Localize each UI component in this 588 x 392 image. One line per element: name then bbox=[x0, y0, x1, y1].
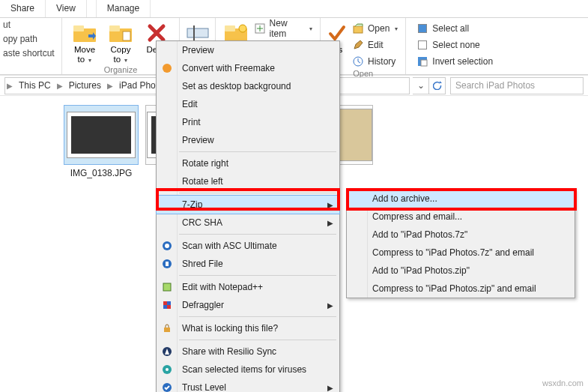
svg-rect-21 bbox=[163, 301, 167, 305]
lock-icon bbox=[161, 322, 173, 334]
folder-move-icon bbox=[73, 21, 97, 45]
open-button[interactable]: Open▾ bbox=[349, 21, 401, 36]
svg-rect-14 bbox=[421, 60, 427, 66]
history-clock-icon bbox=[352, 55, 364, 67]
search-input[interactable]: Search iPad Photos bbox=[450, 77, 584, 94]
notepadpp-icon bbox=[161, 281, 173, 293]
svg-rect-22 bbox=[167, 301, 171, 305]
separator bbox=[179, 316, 336, 317]
mi-crc-sha[interactable]: CRC SHA▶ bbox=[157, 214, 339, 232]
mi-scan-virus[interactable]: Scan selected items for viruses bbox=[157, 361, 339, 379]
invert-selection-button[interactable]: Invert selection bbox=[413, 54, 496, 69]
svg-point-17 bbox=[165, 244, 169, 248]
select-none-button[interactable]: Select none bbox=[413, 37, 496, 52]
separator bbox=[179, 234, 336, 235]
new-item-icon bbox=[255, 22, 266, 34]
mi-add-archive[interactable]: Add to archive... bbox=[347, 190, 575, 208]
mi-defraggler[interactable]: Defraggler▶ bbox=[157, 296, 339, 314]
file-caption: IMG_0138.JPG bbox=[60, 168, 142, 178]
select-all-label: Select all bbox=[432, 23, 469, 34]
mi-set-background[interactable]: Set as desktop background bbox=[157, 77, 339, 95]
defraggler-icon bbox=[161, 299, 173, 311]
mi-compress-email[interactable]: Compress and email... bbox=[347, 208, 575, 226]
trust-icon bbox=[161, 382, 173, 392]
paste-shortcut-button[interactable]: aste shortcut bbox=[3, 48, 58, 61]
ribbon-tabs: Share View Manage bbox=[0, 0, 588, 18]
select-all-button[interactable]: Select all bbox=[413, 21, 496, 36]
file-thumbnail-selected[interactable]: IMG_0138.JPG bbox=[60, 105, 142, 178]
svg-rect-20 bbox=[163, 283, 171, 291]
select-none-icon bbox=[416, 39, 428, 51]
refresh-button[interactable] bbox=[429, 77, 446, 94]
svg-point-9 bbox=[239, 25, 246, 32]
mi-add-7z[interactable]: Add to "iPad Photos.7z" bbox=[347, 226, 575, 244]
folder-copy-icon bbox=[109, 21, 133, 45]
select-all-icon bbox=[416, 22, 428, 34]
copy-path-button[interactable]: opy path bbox=[3, 34, 58, 47]
submenu-arrow-icon: ▶ bbox=[327, 384, 333, 392]
virus-scan-icon bbox=[161, 364, 173, 376]
mi-rotate-right[interactable]: Rotate right bbox=[157, 154, 339, 172]
refresh-icon bbox=[433, 81, 442, 90]
svg-rect-4 bbox=[123, 31, 130, 40]
tab-share[interactable]: Share bbox=[0, 0, 46, 17]
separator bbox=[179, 275, 336, 276]
crumb-this-pc[interactable]: This PC bbox=[14, 78, 55, 94]
open-icon bbox=[352, 22, 364, 34]
copy-to-button[interactable]: Copyto ▾ bbox=[103, 19, 139, 65]
resilio-icon bbox=[161, 346, 173, 358]
mi-shred[interactable]: Shred File bbox=[157, 255, 339, 273]
mi-trust-level[interactable]: Trust Level▶ bbox=[157, 379, 339, 392]
mi-notepadpp[interactable]: Edit with Notepad++ bbox=[157, 278, 339, 296]
mi-preview[interactable]: Preview bbox=[157, 41, 339, 59]
freemake-icon bbox=[161, 62, 173, 74]
move-to-button[interactable]: Moveto ▾ bbox=[67, 19, 103, 65]
tab-manage[interactable]: Manage bbox=[96, 0, 151, 17]
mi-print[interactable]: Print bbox=[157, 113, 339, 131]
svg-rect-8 bbox=[225, 25, 235, 31]
mi-add-zip[interactable]: Add to "iPad Photos.zip" bbox=[347, 262, 575, 280]
invert-icon bbox=[416, 55, 428, 67]
history-button[interactable]: History bbox=[349, 54, 401, 69]
group-select: Select all Select none Invert selection bbox=[406, 18, 500, 74]
shred-icon bbox=[161, 258, 173, 270]
mi-edit[interactable]: Edit bbox=[157, 95, 339, 113]
submenu-arrow-icon: ▶ bbox=[327, 219, 333, 227]
new-item-label: New item bbox=[270, 18, 304, 39]
file-thumbnail-3[interactable] bbox=[337, 105, 373, 168]
mi-locking[interactable]: What is locking this file? bbox=[157, 319, 339, 337]
mi-rotate-left[interactable]: Rotate left bbox=[157, 172, 339, 190]
invert-label: Invert selection bbox=[432, 56, 493, 67]
svg-rect-5 bbox=[187, 28, 208, 37]
svg-rect-19 bbox=[166, 262, 169, 266]
watermark: wsxdn.com bbox=[542, 379, 584, 388]
context-menu: Preview Convert with Freemake Set as des… bbox=[156, 40, 340, 392]
svg-rect-1 bbox=[73, 25, 84, 31]
edit-pencil-icon bbox=[352, 39, 364, 51]
asc-icon bbox=[161, 240, 173, 252]
cut-button[interactable]: ut bbox=[3, 19, 58, 33]
mi-preview2[interactable]: Preview bbox=[157, 131, 339, 149]
mi-compress-7z-email[interactable]: Compress to "iPad Photos.7z" and email bbox=[347, 244, 575, 262]
new-item-button[interactable]: New item▾ bbox=[252, 21, 315, 36]
edit-button[interactable]: Edit bbox=[349, 37, 401, 52]
tab-view[interactable]: View bbox=[46, 0, 87, 17]
select-none-label: Select none bbox=[432, 40, 479, 50]
separator bbox=[179, 193, 336, 193]
mi-convert-freemake[interactable]: Convert with Freemake bbox=[157, 59, 339, 77]
address-dropdown[interactable]: ⌄ bbox=[413, 77, 429, 94]
svg-rect-23 bbox=[163, 305, 167, 309]
mi-compress-zip-email[interactable]: Compress to "iPad Photos.zip" and email bbox=[347, 280, 575, 298]
submenu-arrow-icon: ▶ bbox=[327, 301, 333, 310]
submenu-7zip: Add to archive... Compress and email... … bbox=[346, 189, 575, 298]
svg-rect-3 bbox=[109, 25, 120, 31]
svg-point-15 bbox=[163, 64, 172, 73]
svg-rect-24 bbox=[167, 305, 171, 309]
mi-scan-asc[interactable]: Scan with ASC Ultimate bbox=[157, 237, 339, 255]
mi-resilio[interactable]: Share with Resilio Sync bbox=[157, 343, 339, 361]
svg-point-28 bbox=[166, 368, 169, 371]
crumb-pictures[interactable]: Pictures bbox=[64, 78, 106, 94]
separator bbox=[179, 151, 336, 152]
edit-label: Edit bbox=[368, 40, 384, 50]
mi-7zip[interactable]: 7-Zip▶ bbox=[157, 196, 339, 214]
